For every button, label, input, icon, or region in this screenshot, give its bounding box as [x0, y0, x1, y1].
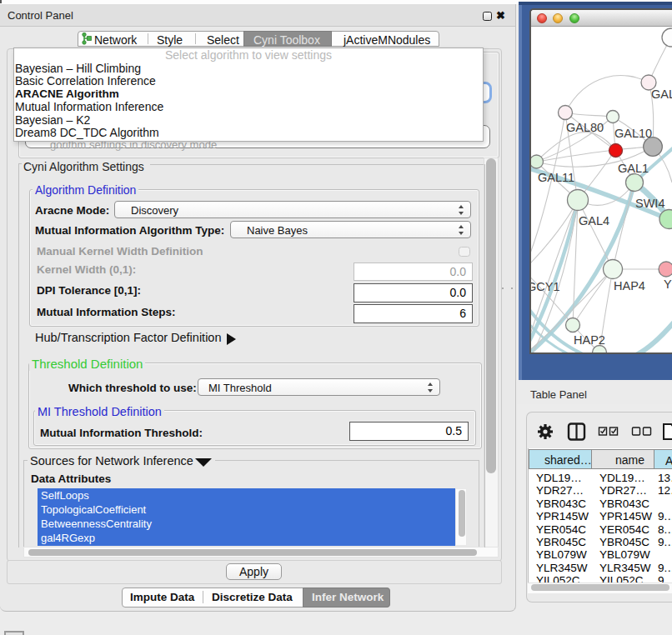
- svg-text:GAL1: GAL1: [618, 162, 649, 175]
- svg-text:SWI4: SWI4: [635, 197, 664, 210]
- svg-text:YM: YM: [664, 278, 672, 291]
- svg-text:HAP4: HAP4: [614, 279, 645, 292]
- svg-text:GAL4: GAL4: [579, 214, 609, 228]
- svg-text:GCY1: GCY1: [531, 280, 560, 293]
- svg-text:GAL10: GAL10: [614, 127, 652, 140]
- svg-text:GAL7: GAL7: [651, 88, 672, 101]
- svg-text:HAP2: HAP2: [574, 333, 605, 347]
- svg-text:GAL80: GAL80: [566, 121, 604, 134]
- svg-text:GAL11: GAL11: [538, 171, 574, 184]
